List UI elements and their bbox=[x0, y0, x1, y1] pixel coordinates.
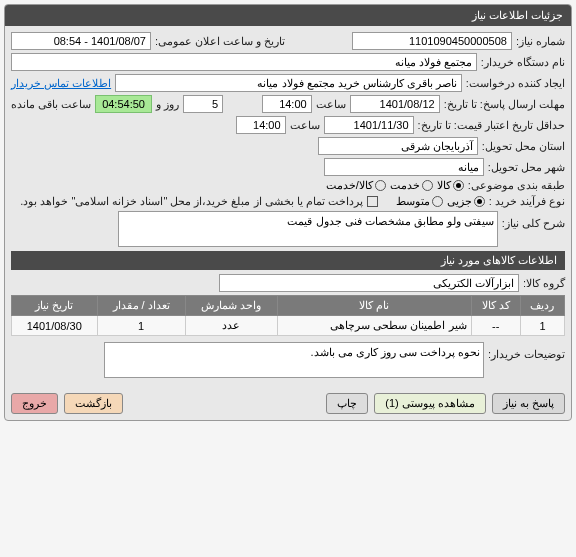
radio-icon bbox=[422, 180, 433, 191]
cell-idx: 1 bbox=[520, 316, 564, 336]
th-idx: ردیف bbox=[520, 296, 564, 316]
radio-service[interactable]: خدمت bbox=[390, 179, 433, 192]
radio-icon bbox=[474, 196, 485, 207]
attachments-button[interactable]: مشاهده پیوستی (1) bbox=[374, 393, 486, 414]
deadline-time-field: 14:00 bbox=[262, 95, 312, 113]
province-field: آذربایجان شرقی bbox=[318, 137, 478, 155]
city-label: شهر محل تحویل: bbox=[488, 161, 565, 174]
radio-partial-label: جزیی bbox=[447, 195, 472, 208]
need-number-label: شماره نیاز: bbox=[516, 35, 565, 48]
buyer-notes-textarea[interactable]: نحوه پرداخت سی روز کاری می باشد. bbox=[104, 342, 484, 378]
cell-unit: عدد bbox=[185, 316, 277, 336]
panel-body: شماره نیاز: 1101090450000508 تاریخ و ساع… bbox=[5, 26, 571, 387]
table-header-row: ردیف کد کالا نام کالا واحد شمارش تعداد /… bbox=[12, 296, 565, 316]
radio-gs-label: کالا/خدمت bbox=[326, 179, 373, 192]
validity-time-field: 14:00 bbox=[236, 116, 286, 134]
radio-partial[interactable]: جزیی bbox=[447, 195, 485, 208]
back-button[interactable]: بازگشت bbox=[64, 393, 123, 414]
city-field: میانه bbox=[324, 158, 484, 176]
category-label: طبقه بندی موضوعی: bbox=[468, 179, 565, 192]
panel-title: جزئیات اطلاعات نیاز bbox=[5, 5, 571, 26]
contact-link[interactable]: اطلاعات تماس خریدار bbox=[11, 77, 111, 90]
days-field: 5 bbox=[183, 95, 223, 113]
details-panel: جزئیات اطلاعات نیاز شماره نیاز: 11010904… bbox=[4, 4, 572, 421]
buyer-notes-label: توضیحات خریدار: bbox=[488, 342, 565, 361]
payment-note: پرداخت تمام یا بخشی از مبلغ خرید،از محل … bbox=[20, 195, 363, 208]
request-creator-label: ایجاد کننده درخواست: bbox=[466, 77, 565, 90]
goods-group-field: ابزارآلات الکتریکی bbox=[219, 274, 519, 292]
th-date: تاریخ نیاز bbox=[12, 296, 98, 316]
radio-goods-service[interactable]: کالا/خدمت bbox=[326, 179, 386, 192]
need-number-field: 1101090450000508 bbox=[352, 32, 512, 50]
radio-icon bbox=[432, 196, 443, 207]
process-label: نوع فرآیند خرید : bbox=[489, 195, 565, 208]
th-unit: واحد شمارش bbox=[185, 296, 277, 316]
need-desc-textarea[interactable]: سیفتی ولو مطابق مشخصات فنی جدول قیمت bbox=[118, 211, 498, 247]
th-qty: تعداد / مقدار bbox=[97, 296, 185, 316]
th-name: نام کالا bbox=[277, 296, 471, 316]
th-code: کد کالا bbox=[471, 296, 520, 316]
radio-goods[interactable]: کالا bbox=[437, 179, 464, 192]
goods-section-header: اطلاعات کالاهای مورد نیاز bbox=[11, 251, 565, 270]
announce-field: 1401/08/07 - 08:54 bbox=[11, 32, 151, 50]
validity-date-field: 1401/11/30 bbox=[324, 116, 414, 134]
cell-date: 1401/08/30 bbox=[12, 316, 98, 336]
days-label: روز و bbox=[156, 98, 179, 111]
remaining-label: ساعت باقی مانده bbox=[11, 98, 91, 111]
cell-qty: 1 bbox=[97, 316, 185, 336]
time-label-1: ساعت bbox=[316, 98, 346, 111]
reply-button[interactable]: پاسخ به نیاز bbox=[492, 393, 565, 414]
deadline-label: مهلت ارسال پاسخ: تا تاریخ: bbox=[444, 98, 565, 111]
province-label: استان محل تحویل: bbox=[482, 140, 565, 153]
announce-label: تاریخ و ساعت اعلان عمومی: bbox=[155, 35, 285, 48]
radio-medium-label: متوسط bbox=[396, 195, 430, 208]
request-creator-field: ناصر باقری کارشناس خرید مجتمع فولاد میان… bbox=[115, 74, 462, 92]
print-button[interactable]: چاپ bbox=[326, 393, 368, 414]
cell-name: شیر اطمینان سطحی سرچاهی bbox=[277, 316, 471, 336]
need-desc-label: شرح کلی نیاز: bbox=[502, 211, 565, 230]
time-label-2: ساعت bbox=[290, 119, 320, 132]
table-row: 1 -- شیر اطمینان سطحی سرچاهی عدد 1 1401/… bbox=[12, 316, 565, 336]
radio-icon bbox=[453, 180, 464, 191]
goods-group-label: گروه کالا: bbox=[523, 277, 565, 290]
radio-service-label: خدمت bbox=[390, 179, 420, 192]
treasury-checkbox[interactable] bbox=[367, 196, 378, 207]
footer-buttons: پاسخ به نیاز مشاهده پیوستی (1) چاپ بازگش… bbox=[5, 387, 571, 420]
exit-button[interactable]: خروج bbox=[11, 393, 58, 414]
deadline-date-field: 1401/08/12 bbox=[350, 95, 440, 113]
buyer-org-label: نام دستگاه خریدار: bbox=[481, 56, 565, 69]
radio-medium[interactable]: متوسط bbox=[396, 195, 443, 208]
buyer-org-field: مجتمع فولاد میانه bbox=[11, 53, 477, 71]
countdown-field: 04:54:50 bbox=[95, 95, 152, 113]
radio-icon bbox=[375, 180, 386, 191]
radio-goods-label: کالا bbox=[437, 179, 451, 192]
validity-label: حداقل تاریخ اعتبار قیمت: تا تاریخ: bbox=[418, 119, 565, 132]
goods-table: ردیف کد کالا نام کالا واحد شمارش تعداد /… bbox=[11, 295, 565, 336]
cell-code: -- bbox=[471, 316, 520, 336]
